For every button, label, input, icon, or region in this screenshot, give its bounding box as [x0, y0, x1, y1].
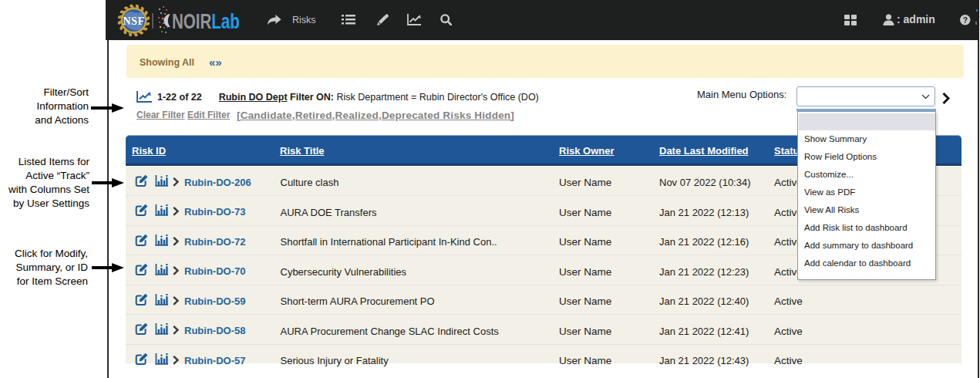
svg-text:NSF: NSF	[123, 14, 145, 26]
svg-text:?: ?	[963, 16, 968, 25]
